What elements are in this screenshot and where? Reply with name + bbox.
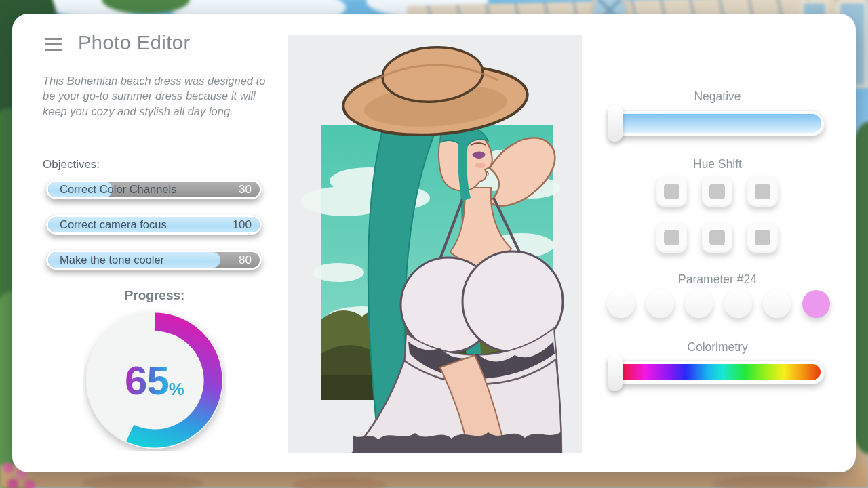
progress-percent-sign: % xyxy=(169,379,184,400)
hue-shift-button-icon xyxy=(755,184,770,199)
hue-shift-button-3[interactable] xyxy=(747,176,778,207)
editor-panel: Photo Editor This Bohemian beach dress w… xyxy=(12,14,856,472)
hue-shift-button-4[interactable] xyxy=(656,222,687,253)
dress-description: This Bohemian beach dress was designed t… xyxy=(43,73,277,119)
objectives-list: Correct Color Channels 30 Correct camera… xyxy=(46,180,262,285)
menu-icon[interactable] xyxy=(45,38,62,52)
parameter-option-1[interactable] xyxy=(607,290,635,318)
colorimetry-slider-knob[interactable] xyxy=(608,354,623,391)
parameter-option-2[interactable] xyxy=(646,290,674,318)
objective-value: 30 xyxy=(239,180,252,199)
negative-slider-fill xyxy=(616,114,821,133)
hue-shift-button-icon xyxy=(755,230,770,245)
background-sand-patch xyxy=(712,476,827,488)
hue-shift-grid xyxy=(656,176,778,253)
hue-shift-button-icon xyxy=(709,184,725,199)
progress-heading: Progress: xyxy=(87,288,222,303)
parameter-option-3[interactable] xyxy=(685,290,713,318)
objective-bar-color-channels[interactable]: Correct Color Channels 30 xyxy=(46,180,262,199)
objective-value: 80 xyxy=(239,250,252,270)
progress-percent: 65 xyxy=(125,357,169,404)
negative-label: Negative xyxy=(595,89,840,104)
background-flowers xyxy=(3,462,14,473)
hue-shift-button-1[interactable] xyxy=(656,176,687,207)
hue-shift-button-icon xyxy=(664,230,679,245)
parameter-option-4[interactable] xyxy=(724,290,752,318)
objective-value: 100 xyxy=(233,215,252,235)
negative-slider[interactable] xyxy=(612,110,825,136)
objective-label: Make the tone cooler xyxy=(60,250,164,270)
hue-shift-button-5[interactable] xyxy=(702,222,732,253)
colorimetry-label: Colorimetry xyxy=(595,340,840,354)
hue-shift-button-2[interactable] xyxy=(702,176,732,207)
background-sand-patch xyxy=(81,474,203,488)
hue-shift-button-6[interactable] xyxy=(747,222,778,253)
hue-shift-label: Hue Shift xyxy=(595,157,840,171)
parameter-option-5[interactable] xyxy=(763,290,791,318)
colorimetry-slider-fill xyxy=(616,364,821,380)
hue-shift-button-icon xyxy=(664,184,679,199)
progress-ring: 65 % xyxy=(83,309,226,451)
objectives-heading: Objectives: xyxy=(43,158,100,171)
hue-shift-button-icon xyxy=(709,230,725,245)
page-title: Photo Editor xyxy=(78,32,191,54)
parameter-label: Parameter #24 xyxy=(595,272,840,287)
negative-slider-knob[interactable] xyxy=(608,105,623,142)
objective-label: Correct camera focus xyxy=(60,215,167,235)
objective-bar-tone-cooler[interactable]: Make the tone cooler 80 xyxy=(46,250,262,270)
photo-artwork xyxy=(288,35,582,453)
objective-bar-camera-focus[interactable]: Correct camera focus 100 xyxy=(46,215,262,235)
progress-value: 65 % xyxy=(83,309,226,451)
parameter-options xyxy=(607,290,830,318)
parameter-option-6-selected[interactable] xyxy=(802,290,830,318)
photo-canvas xyxy=(288,35,582,453)
objective-label: Correct Color Channels xyxy=(60,180,176,199)
colorimetry-slider[interactable] xyxy=(612,360,825,384)
